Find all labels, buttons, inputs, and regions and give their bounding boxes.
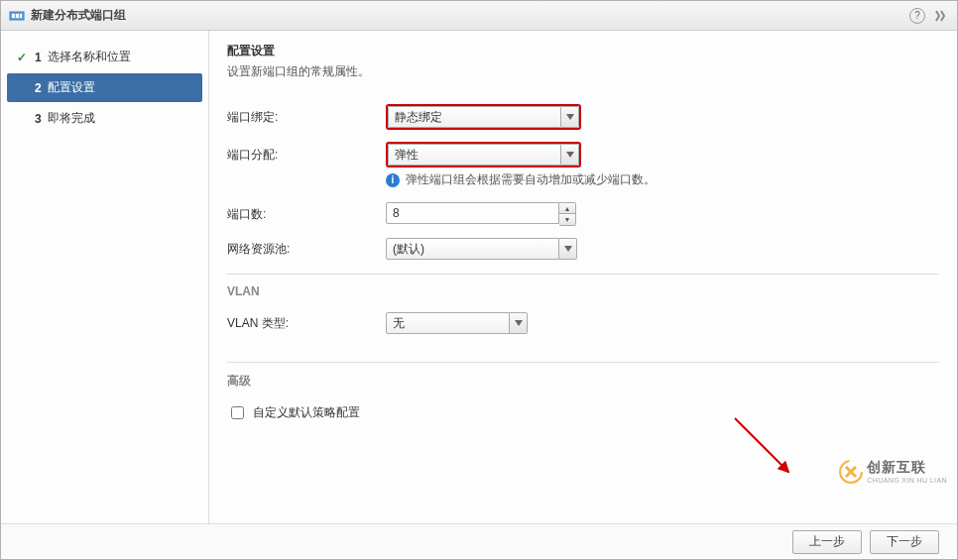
svg-rect-2 <box>16 14 19 18</box>
annotation-arrow-icon <box>729 412 798 482</box>
port-alloc-select[interactable]: 弹性 <box>386 142 581 168</box>
step-label: 配置设置 <box>48 79 95 96</box>
info-icon: i <box>386 173 400 187</box>
resource-pool-select[interactable]: (默认) <box>386 238 577 260</box>
page-heading: 配置设置 <box>227 43 939 59</box>
chevron-down-icon[interactable] <box>561 106 579 128</box>
spinner-up-icon[interactable]: ▲ <box>559 203 575 214</box>
svg-rect-3 <box>20 14 22 18</box>
step-label: 选择名称和位置 <box>48 49 131 65</box>
wizard-steps-sidebar: ✓ 1 选择名称和位置 2 配置设置 3 即将完成 <box>1 31 209 523</box>
step-3-complete[interactable]: 3 即将完成 <box>7 104 202 133</box>
vlan-type-select[interactable]: 无 <box>386 312 528 334</box>
check-icon: ✓ <box>15 51 29 64</box>
port-alloc-label: 端口分配: <box>227 147 386 164</box>
titlebar: 新建分布式端口组 ? <box>1 1 957 31</box>
step-2-configure-settings[interactable]: 2 配置设置 <box>7 73 202 102</box>
chevron-down-icon[interactable] <box>559 238 577 260</box>
vlan-section-label: VLAN <box>227 284 939 298</box>
port-group-icon <box>9 8 25 24</box>
next-button[interactable]: 下一步 <box>870 530 939 554</box>
watermark: 创新互联 CHUANG XIN HU LIAN <box>839 459 947 484</box>
help-icon[interactable]: ? <box>909 8 925 24</box>
port-count-spinner[interactable]: 8 ▲ ▼ <box>386 202 576 226</box>
port-binding-select[interactable]: 静态绑定 <box>386 104 581 130</box>
custom-policy-label: 自定义默认策略配置 <box>253 404 360 421</box>
svg-rect-1 <box>12 14 15 18</box>
wizard-content: 配置设置 设置新端口组的常规属性。 端口绑定: 静态绑定 端口分配: 弹性 i … <box>209 31 957 523</box>
watermark-logo-icon <box>839 460 863 484</box>
custom-policy-checkbox-row: 自定义默认策略配置 <box>227 403 939 422</box>
wizard-footer: 上一步 下一步 <box>1 523 957 559</box>
port-binding-label: 端口绑定: <box>227 109 386 126</box>
svg-line-4 <box>735 418 788 472</box>
divider <box>227 274 939 275</box>
custom-policy-checkbox[interactable] <box>231 406 244 419</box>
back-button[interactable]: 上一步 <box>792 530 862 554</box>
info-message: i 弹性端口组会根据需要自动增加或减少端口数。 <box>386 171 939 188</box>
chevron-down-icon[interactable] <box>561 144 579 166</box>
chevron-down-icon[interactable] <box>510 312 528 334</box>
resource-pool-label: 网络资源池: <box>227 241 386 258</box>
step-label: 即将完成 <box>48 110 95 127</box>
page-subheading: 设置新端口组的常规属性。 <box>227 63 939 80</box>
advanced-section-label: 高级 <box>227 373 939 390</box>
port-count-label: 端口数: <box>227 206 386 223</box>
vlan-type-label: VLAN 类型: <box>227 315 386 332</box>
divider <box>227 362 939 363</box>
expand-icon[interactable] <box>935 10 949 22</box>
step-1-name-location[interactable]: ✓ 1 选择名称和位置 <box>7 43 202 71</box>
wizard-dialog: 新建分布式端口组 ? ✓ 1 选择名称和位置 2 配置设置 3 即将完成 <box>0 0 958 560</box>
window-title: 新建分布式端口组 <box>31 7 909 24</box>
spinner-down-icon[interactable]: ▼ <box>559 214 575 225</box>
